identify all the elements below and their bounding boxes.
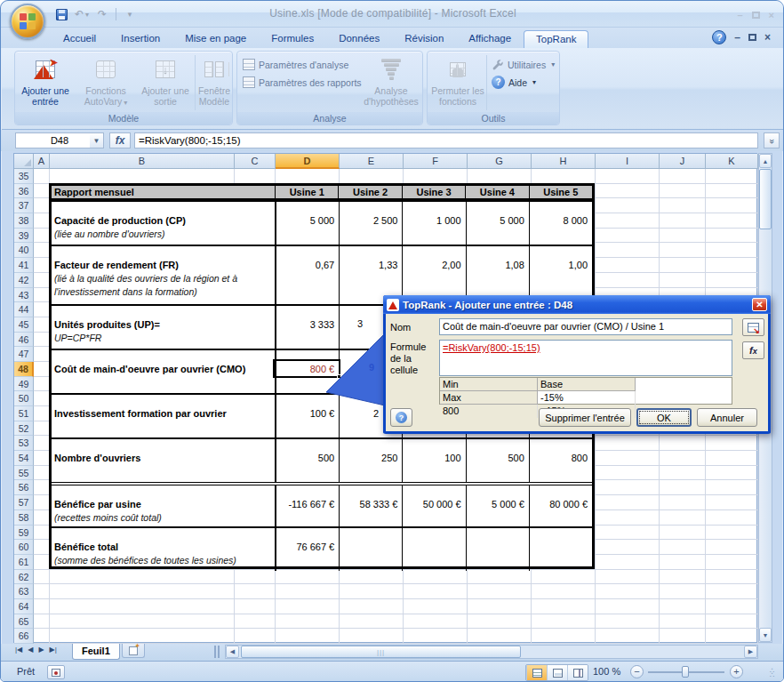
table-cell[interactable] xyxy=(466,528,529,571)
table-column-header-usine-2[interactable]: Usine 2 xyxy=(338,186,401,199)
tab-donn-es[interactable]: Données xyxy=(326,29,392,48)
riskvary-formula-link[interactable]: =RiskVary(800;-15;15) xyxy=(443,342,540,353)
vertical-scroll-thumb[interactable] xyxy=(759,169,772,229)
minimize-icon[interactable]: – xyxy=(737,10,742,20)
row-header-65[interactable]: 65 xyxy=(14,614,34,630)
table-row-label-cell[interactable]: Bénéfice total(somme des bénéfices de to… xyxy=(52,528,275,571)
last-sheet-icon[interactable]: ▶| xyxy=(50,646,57,654)
cell-reference-button[interactable] xyxy=(742,318,764,336)
row-header-58[interactable]: 58 xyxy=(14,510,34,526)
table-cell[interactable] xyxy=(529,528,592,571)
scroll-right-button[interactable]: ▶ xyxy=(744,646,757,658)
table-cell[interactable]: -116 667 € xyxy=(275,485,339,526)
table-cell[interactable]: 58 333 € xyxy=(339,485,402,526)
column-header-i[interactable]: I xyxy=(596,154,660,169)
nom-input[interactable]: Coût de main-d'oeuvre par ouvrier (CMO) … xyxy=(439,318,732,335)
delete-entry-button[interactable]: Supprimer l'entrée xyxy=(539,408,631,427)
column-header-j[interactable]: J xyxy=(660,154,706,169)
row-header-35[interactable]: 35 xyxy=(14,169,34,184)
column-header-d[interactable]: D xyxy=(276,154,340,169)
table-cell[interactable]: 80 000 € xyxy=(529,485,592,526)
column-header-k[interactable]: K xyxy=(706,154,758,169)
model-window-button[interactable]: Fenêtre Modèle xyxy=(197,53,231,112)
table-cell[interactable]: 5 000 xyxy=(466,202,529,245)
row-header-54[interactable]: 54 xyxy=(14,451,34,466)
tab-insertion[interactable]: Insertion xyxy=(108,29,172,48)
table-column-header-usine-1[interactable]: Usine 1 xyxy=(275,186,338,199)
aide-button[interactable]: ? Aide▾ xyxy=(492,75,536,90)
table-cell[interactable]: 5 000 xyxy=(275,202,339,245)
row-header-52[interactable]: 52 xyxy=(14,421,34,437)
add-input-button[interactable]: ➤ Ajouter une entrée xyxy=(17,53,74,112)
page-layout-view-button[interactable] xyxy=(547,665,567,680)
row-header-49[interactable]: 49 xyxy=(14,377,34,392)
analysis-settings-button[interactable]: Paramètres d'analyse xyxy=(243,57,348,72)
utilities-button[interactable]: Utilitaires▾ xyxy=(492,57,555,72)
row-header-53[interactable]: 53 xyxy=(14,436,34,451)
row-header-61[interactable]: 61 xyxy=(14,555,34,570)
row-header-59[interactable]: 59 xyxy=(14,526,34,541)
row-header-44[interactable]: 44 xyxy=(14,302,34,317)
table-cell[interactable]: 76 667 € xyxy=(275,528,339,571)
close-icon[interactable]: × xyxy=(769,10,774,20)
min-base-max-grid[interactable]: MinBaseMax-15%800+15% xyxy=(439,377,732,405)
resize-grip[interactable]: ∴ ∴ xyxy=(770,669,781,680)
row-header-63[interactable]: 63 xyxy=(14,584,34,599)
swap-functions-button[interactable]: Permuter les fonctions xyxy=(431,53,484,112)
formula-input[interactable]: =RiskVary(800;-15;15) xyxy=(134,132,758,148)
table-cell[interactable]: 500 xyxy=(275,439,339,482)
column-header-e[interactable]: E xyxy=(340,154,404,169)
table-cell[interactable]: 1 000 xyxy=(402,202,465,245)
table-cell[interactable]: 2 500 xyxy=(339,202,402,245)
row-header-46[interactable]: 46 xyxy=(14,333,34,348)
row-header-57[interactable]: 57 xyxy=(14,495,34,510)
scroll-left-button[interactable]: ◀ xyxy=(226,646,239,658)
tab-r-vision[interactable]: Révision xyxy=(392,29,456,48)
row-header-55[interactable]: 55 xyxy=(14,466,34,481)
dialog-close-icon[interactable]: ✕ xyxy=(752,298,767,311)
column-header-g[interactable]: G xyxy=(468,154,532,169)
zoom-slider-thumb[interactable] xyxy=(682,666,689,678)
table-row-label-cell[interactable]: Facteur de rendement (FR)(lié à la quali… xyxy=(52,246,275,304)
tab-formules[interactable]: Formules xyxy=(259,29,326,48)
zoom-in-button[interactable]: + xyxy=(730,665,743,678)
row-header-56[interactable]: 56 xyxy=(14,480,34,495)
row-header-50[interactable]: 50 xyxy=(14,391,34,406)
table-cell[interactable]: 800 xyxy=(529,439,592,482)
table-row-label-cell[interactable]: Investissement formation par ouvrier xyxy=(52,395,275,437)
row-header-62[interactable]: 62 xyxy=(14,570,34,585)
table-cell[interactable]: 8 000 xyxy=(529,202,592,245)
table-title-cell[interactable]: Rapport mensuel xyxy=(52,186,275,199)
add-output-button[interactable]: ↓ Ajouter une sortie xyxy=(138,53,193,112)
sheet-tab-feuil1[interactable]: Feuil1 xyxy=(72,644,120,660)
table-column-header-usine-5[interactable]: Usine 5 xyxy=(529,186,592,199)
row-header-48[interactable]: 48 xyxy=(14,362,34,377)
normal-view-button[interactable] xyxy=(526,665,547,680)
table-cell[interactable] xyxy=(339,528,402,571)
table-cell[interactable]: 0,67 xyxy=(275,246,339,304)
scroll-down-button[interactable]: ▼ xyxy=(759,628,772,642)
column-header-c[interactable]: C xyxy=(235,154,276,169)
prev-sheet-icon[interactable]: ◀ xyxy=(28,646,33,654)
dialog-title-bar[interactable]: TopRank - Ajouter une entrée : D48 ✕ xyxy=(383,295,771,314)
row-header-66[interactable]: 66 xyxy=(14,629,34,644)
table-row-label-cell[interactable]: Capacité de production (CP)(liée au nomb… xyxy=(52,202,275,245)
help-icon[interactable]: ? xyxy=(712,30,726,44)
office-button[interactable] xyxy=(10,4,45,39)
table-cell[interactable]: 100 xyxy=(402,439,465,482)
column-header-b[interactable]: B xyxy=(50,154,235,169)
zoom-out-button[interactable]: − xyxy=(630,665,644,678)
row-header-42[interactable]: 42 xyxy=(14,273,34,288)
minimize-workbook-icon[interactable]: – xyxy=(734,33,740,42)
page-break-view-button[interactable] xyxy=(567,665,588,680)
table-row-label-cell[interactable]: Nombre d'ouvriers xyxy=(52,439,275,482)
tab-toprank[interactable]: TopRank xyxy=(524,30,588,48)
row-header-36[interactable]: 36 xyxy=(14,184,34,199)
tab-split-handle[interactable] xyxy=(214,646,220,658)
report-settings-button[interactable]: Paramètres des rapports xyxy=(243,75,362,90)
close-workbook-icon[interactable]: × xyxy=(764,33,771,42)
row-header-43[interactable]: 43 xyxy=(14,288,34,303)
tab-affichage[interactable]: Affichage xyxy=(456,29,524,48)
column-header-a[interactable]: A xyxy=(34,154,50,169)
select-all-corner[interactable] xyxy=(14,154,34,169)
